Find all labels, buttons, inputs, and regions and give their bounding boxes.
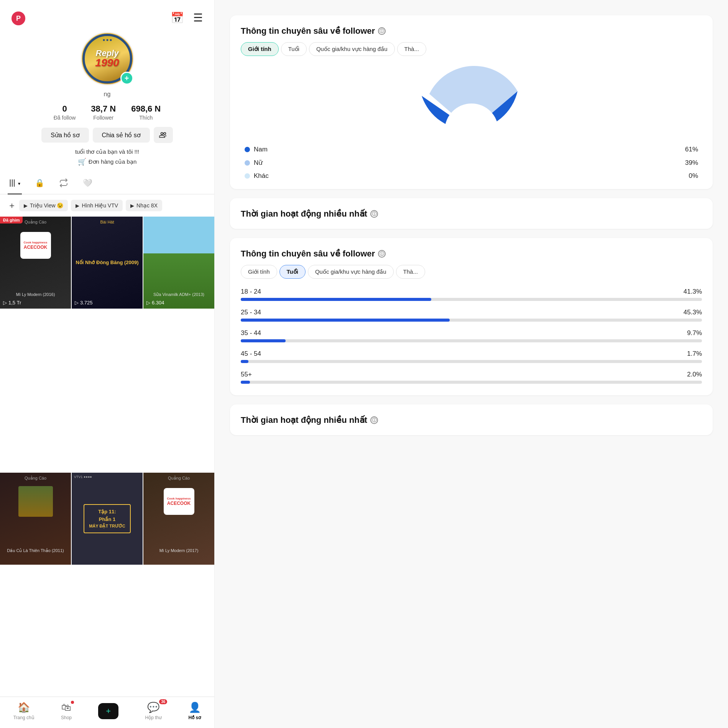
tab-arrow: ▾ (18, 181, 20, 186)
dot-nu (245, 160, 250, 166)
home-icon: 🏠 (18, 702, 30, 713)
video-cell-5[interactable]: Quảng Cáo Cook happinessACECOOK Mì Ly Mo… (143, 473, 214, 565)
right-panel: Thông tin chuyên sâu về follower ⓘ Giới … (215, 0, 728, 728)
section2-tabs: Giới tính Tuổi Quốc gia/khu vực hàng đầu… (241, 265, 702, 279)
pill-other-1[interactable]: Thà... (397, 42, 426, 56)
video-title-5: Mì Ly Modern (2017) (143, 548, 214, 553)
video-badge-0: Quảng Cáo (0, 220, 71, 225)
video-cell-2[interactable]: Quảng Cáo Sữa Vinamilk ADM+ (2013) ▷ 6.3… (143, 217, 214, 309)
section1-title: Thông tin chuyên sâu về follower ⓘ (241, 26, 702, 36)
bar-35-44: 35 - 44 9.7% (241, 329, 702, 342)
activity-title-1: Thời gian hoạt động nhiều nhất ⓘ (241, 209, 702, 219)
section2-title: Thông tin chuyên sâu về follower ⓘ (241, 249, 702, 259)
legend-nam: Nam 61% (241, 146, 702, 153)
info-icon-activity-1[interactable]: ⓘ (370, 210, 378, 218)
bio-text: tuổi thơ của bạn và tôi !!! (75, 148, 139, 155)
video-cell-1[interactable]: Bài Hát Nối Nhớ Đông Băng (2009) ▷ 3.725 (72, 217, 143, 309)
follower-count: 38,7 N (91, 104, 116, 114)
pill-other-2[interactable]: Thà... (396, 265, 425, 279)
like-label: Thích (139, 115, 153, 121)
top-bar: 📅 ☰ (0, 0, 214, 28)
stats-row: 0 Đã follow 38,7 N Follower 698,6 N Thíc… (54, 104, 161, 121)
follower-label: Follower (93, 115, 113, 121)
video-cell-3[interactable]: Quảng Cáo Dầu Củ Là Thiên Thảo (2011) (0, 473, 71, 565)
pill-age-1[interactable]: Tuổi (281, 42, 307, 56)
nav-add[interactable]: + (98, 703, 118, 719)
video-title-2: Sữa Vinamilk ADM+ (2013) (143, 292, 214, 297)
age-bars: 18 - 24 41.3% 25 - 34 45.3% 35 - 44 9.7% (241, 288, 702, 384)
nav-shop[interactable]: 🛍 Shop (61, 702, 72, 720)
add-button[interactable]: + (98, 703, 118, 719)
follow-stat: 0 Đã follow (54, 104, 76, 121)
add-friend-button[interactable] (154, 127, 173, 143)
order-row[interactable]: 🛒 Đơn hàng của bạn (78, 158, 137, 166)
shop-badge-dot (71, 701, 74, 704)
tab-repost[interactable] (58, 174, 70, 194)
follow-count: 0 (62, 104, 67, 114)
filter-chips: ＋ ▶ Triệu View 😉 ▶ Hình Hiệu VTV ▶ Nhạc … (0, 194, 214, 217)
like-count: 698,6 N (131, 104, 161, 114)
section1-tabs: Giới tính Tuổi Quốc gia/khu vực hàng đầu… (241, 42, 702, 56)
add-chip-button[interactable]: ＋ (8, 200, 16, 211)
menu-icon[interactable]: ☰ (193, 12, 203, 24)
video-play-2: ▷ 6.304 (146, 300, 164, 306)
follow-label: Đã follow (54, 115, 76, 121)
tab-private[interactable]: 🔒 (33, 174, 46, 194)
video-title-1: Nối Nhớ Đông Băng (2009) (72, 259, 143, 266)
pill-age-2[interactable]: Tuổi (279, 265, 306, 279)
chip-nhac-8x[interactable]: ▶ Nhạc 8X (126, 200, 162, 211)
follower-age-section: Thông tin chuyên sâu về follower ⓘ Giới … (230, 238, 713, 395)
tabs-row: ||| ▾ 🔒 🤍 (0, 174, 214, 194)
cart-icon: 🛒 (78, 158, 86, 166)
calendar-icon[interactable]: 📅 (171, 12, 184, 24)
inbox-icon: 💬 (147, 702, 159, 713)
activity-section-1: Thời gian hoạt động nhiều nhất ⓘ (230, 198, 713, 229)
video-badge-1: Bài Hát (72, 220, 143, 224)
video-play-1: ▷ 3.725 (75, 300, 93, 306)
doraemon-content: Tập 11: Phần 1 MÁY ĐẶT TRƯỚC VTV1 ●●●● (72, 473, 143, 565)
info-icon-activity-2[interactable]: ⓘ (370, 416, 378, 424)
video-cell-4[interactable]: Tập 11: Phần 1 MÁY ĐẶT TRƯỚC VTV1 ●●●● (72, 473, 143, 565)
gender-chart (241, 65, 702, 138)
chip-hinh-hieu[interactable]: ▶ Hình Hiệu VTV (71, 200, 123, 211)
nav-home[interactable]: 🏠 Trang chủ (13, 702, 35, 720)
left-panel: P 📅 ☰ Reply 1990 + ng 0 Đã follow (0, 0, 215, 728)
dot-khac (245, 173, 250, 179)
nav-profile[interactable]: 👤 Hồ sơ (189, 702, 201, 720)
add-friend-icon (159, 131, 168, 139)
info-icon-2[interactable]: ⓘ (378, 250, 386, 258)
video-play-0: ▷ 1,5 Tr (3, 300, 21, 306)
legend-khac: Khác 0% (241, 172, 702, 180)
activity-title-2: Thời gian hoạt động nhiều nhất ⓘ (241, 415, 702, 425)
pill-gender-1[interactable]: Giới tính (241, 42, 279, 56)
info-icon-1[interactable]: ⓘ (378, 27, 386, 35)
follower-stat: 38,7 N Follower (91, 104, 116, 121)
bottom-nav: 🏠 Trang chủ 🛍 Shop + 💬 36 Hộp thư 👤 Hồ s… (0, 697, 214, 728)
video-cell-0[interactable]: Đã ghim Quảng Cáo Cook happinessACECOOK … (0, 217, 71, 309)
video-grid: Đã ghim Quảng Cáo Cook happinessACECOOK … (0, 217, 214, 728)
pill-country-1[interactable]: Quốc gia/khu vực hàng đầu (309, 42, 395, 56)
profile-icon: 👤 (189, 702, 201, 713)
action-buttons: Sửa hồ sơ Chia sẻ hồ sơ (41, 127, 173, 143)
chip-trieu-view[interactable]: ▶ Triệu View 😉 (19, 200, 68, 211)
bar-25-34: 25 - 34 45.3% (241, 309, 702, 322)
username-label: ng (104, 91, 111, 98)
bar-55plus: 55+ 2.0% (241, 371, 702, 384)
tab-liked[interactable]: 🤍 (81, 174, 94, 194)
add-avatar-button[interactable]: + (120, 72, 133, 85)
bar-45-54: 45 - 54 1.7% (241, 350, 702, 363)
dot-nam (245, 147, 250, 152)
share-profile-button[interactable]: Chia sẻ hồ sơ (93, 128, 150, 143)
p-badge: P (12, 12, 25, 25)
follower-gender-section: Thông tin chuyên sâu về follower ⓘ Giới … (230, 15, 713, 189)
tab-videos[interactable]: ||| ▾ (8, 174, 22, 194)
video-thumb-3 (18, 486, 53, 517)
nav-inbox[interactable]: 💬 36 Hộp thư (145, 702, 162, 720)
vtv-badge: VTV1 ●●●● (74, 475, 92, 479)
acecook-logo-5: Cook happinessACECOOK (164, 488, 194, 515)
pill-gender-2[interactable]: Giới tính (241, 265, 277, 279)
donut-svg (410, 65, 533, 138)
pill-country-2[interactable]: Quốc gia/khu vực hàng đầu (308, 265, 394, 279)
bar-18-24: 18 - 24 41.3% (241, 288, 702, 301)
edit-profile-button[interactable]: Sửa hồ sơ (41, 128, 89, 143)
